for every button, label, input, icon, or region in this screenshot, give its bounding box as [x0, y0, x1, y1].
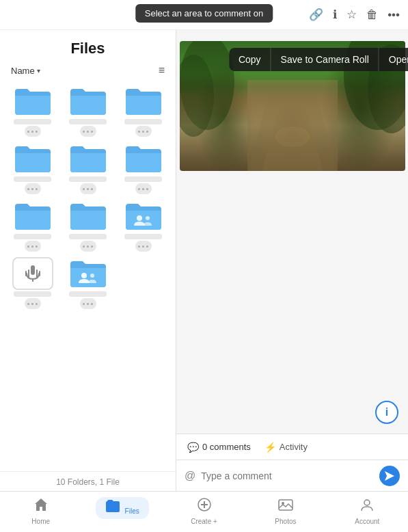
svg-point-24 [364, 500, 370, 505]
copy-button[interactable]: Copy [229, 48, 271, 71]
save-to-camera-roll-button[interactable]: Save to Camera Roll [271, 48, 379, 71]
info-button[interactable]: i [375, 401, 398, 424]
item-options-button[interactable] [135, 241, 152, 252]
preview-panel: Copy Save to Camera Roll Open in... i 💬 … [176, 30, 408, 491]
home-icon [33, 497, 49, 516]
activity-bolt-icon: ⚡ [264, 442, 276, 453]
context-menu: Copy Save to Camera Roll Open in... [229, 48, 408, 71]
item-name [124, 119, 162, 124]
item-options-button[interactable] [25, 126, 41, 137]
tooltip-banner: Select an area to comment on [135, 4, 273, 23]
item-name [14, 176, 51, 182]
list-item [64, 257, 112, 309]
trash-icon[interactable]: 🗑 [366, 8, 378, 22]
comment-input[interactable] [201, 470, 374, 481]
grid-row [8, 257, 167, 309]
svg-point-9 [90, 274, 94, 278]
list-item [8, 257, 57, 309]
grid-row [8, 200, 167, 252]
nav-label-account: Account [355, 518, 379, 525]
files-icon [105, 500, 124, 517]
svg-point-8 [81, 273, 87, 278]
preview-image-container[interactable]: Copy Save to Camera Roll Open in... [180, 41, 405, 171]
folder-icon[interactable] [68, 200, 109, 232]
activity-tab[interactable]: ⚡ Activity [264, 442, 308, 453]
folder-icon[interactable] [68, 85, 109, 118]
nav-label-photos: Photos [275, 518, 296, 525]
grid-row [8, 142, 167, 194]
comments-bar: 💬 0 comments ⚡ Activity [176, 434, 408, 460]
list-item [64, 200, 112, 252]
star-icon[interactable]: ☆ [346, 8, 357, 22]
shared-folder-icon[interactable] [123, 200, 164, 232]
item-name [69, 234, 107, 239]
sort-row: Name ▾ ≡ [0, 60, 176, 82]
svg-marker-16 [248, 96, 337, 171]
svg-rect-4 [25, 271, 27, 276]
shared-folder-people-icon[interactable] [68, 257, 109, 290]
preview-content: Copy Save to Camera Roll Open in... i [176, 30, 408, 434]
files-grid [0, 82, 176, 471]
item-name [69, 291, 107, 297]
list-item [119, 200, 167, 252]
list-view-icon[interactable]: ≡ [159, 64, 165, 77]
voice-memo-icon[interactable] [12, 257, 53, 290]
folder-icon[interactable] [12, 85, 53, 118]
item-options-button[interactable] [80, 183, 96, 194]
list-item [119, 85, 167, 137]
files-header: Files [0, 30, 176, 60]
svg-point-1 [146, 216, 150, 220]
photos-icon [278, 497, 293, 516]
folder-icon[interactable] [123, 142, 164, 175]
item-options-button[interactable] [25, 183, 41, 194]
svg-marker-18 [385, 471, 394, 481]
sort-name-button[interactable]: Name ▾ [11, 66, 40, 76]
svg-rect-5 [28, 269, 29, 278]
item-options-button[interactable] [135, 126, 152, 137]
create-icon [197, 497, 212, 516]
item-name [124, 234, 162, 239]
folder-icon[interactable] [12, 200, 53, 232]
svg-point-17 [275, 127, 310, 147]
item-options-button[interactable] [25, 298, 41, 309]
open-in-button[interactable]: Open in... [379, 48, 408, 71]
files-title: Files [70, 40, 105, 57]
link-icon[interactable]: 🔗 [309, 8, 323, 22]
list-item-empty [119, 257, 167, 309]
list-item [8, 85, 57, 137]
comments-tab[interactable]: 💬 0 comments [187, 442, 251, 453]
sort-chevron-icon: ▾ [37, 67, 40, 75]
folder-icon[interactable] [68, 142, 109, 175]
item-name [14, 119, 51, 124]
at-icon: @ [185, 470, 195, 482]
bottom-nav: Home Files Create + Photos Account [0, 491, 408, 532]
nav-item-photos[interactable]: Photos [245, 497, 326, 525]
files-panel: Files Name ▾ ≡ [0, 30, 176, 491]
files-footer: 10 Folders, 1 File [0, 471, 176, 491]
svg-rect-2 [31, 265, 35, 275]
send-icon [385, 471, 394, 481]
nav-item-home[interactable]: Home [0, 497, 81, 525]
item-options-button[interactable] [80, 241, 96, 252]
folder-icon[interactable] [123, 85, 164, 118]
nav-item-account[interactable]: Account [327, 497, 408, 525]
svg-point-0 [137, 215, 142, 221]
svg-rect-6 [36, 269, 38, 278]
item-options-button[interactable] [135, 183, 152, 194]
svg-rect-22 [279, 500, 293, 510]
nav-item-create[interactable]: Create + [163, 497, 245, 525]
list-item [8, 142, 57, 194]
folder-icon[interactable] [12, 142, 53, 175]
list-item [8, 200, 57, 252]
more-icon[interactable]: ••• [387, 8, 400, 22]
send-button[interactable] [379, 466, 400, 486]
info-icon[interactable]: ℹ [333, 8, 337, 22]
svg-rect-7 [39, 271, 40, 276]
nav-item-files[interactable]: Files [81, 497, 163, 519]
item-options-button[interactable] [25, 241, 41, 252]
item-options-button[interactable] [80, 298, 96, 309]
item-options-button[interactable] [80, 126, 96, 137]
nav-label-files: Files [125, 507, 139, 515]
item-name [69, 176, 107, 182]
list-item [64, 85, 112, 137]
